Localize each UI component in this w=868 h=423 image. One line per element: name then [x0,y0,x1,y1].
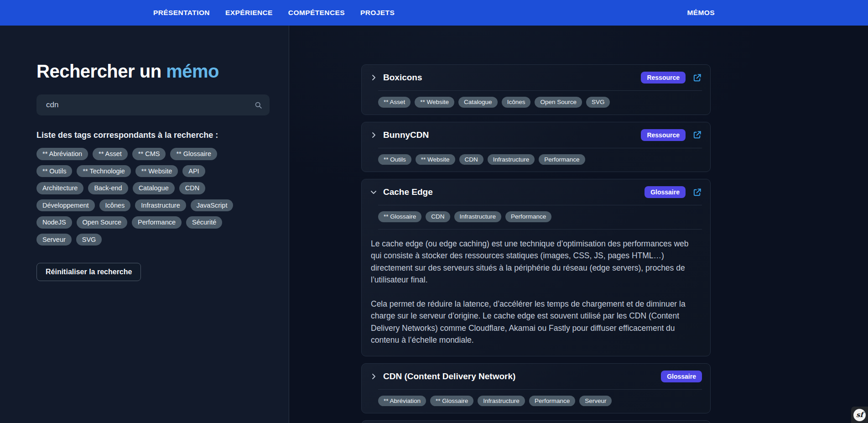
chevron-right-icon[interactable] [370,373,377,380]
reset-search-button[interactable]: Réinitialiser la recherche [36,263,141,281]
memo-header-right: Glossaire [661,371,702,382]
nav-links: PRÉSENTATIONEXPÉRIENCECOMPÉTENCESPROJETS [153,9,395,17]
memo-header-right: Ressource [641,129,702,141]
memo-card-header[interactable]: Cache Edge Glossaire [370,179,702,205]
nav-link[interactable]: PROJETS [360,9,395,17]
chevron-down-icon[interactable] [370,188,377,196]
memo-card-header[interactable]: BunnyCDN Ressource [370,122,702,148]
memo-title: Boxicons [383,73,422,83]
memo-card: Cloudflare Ressource ** [361,420,711,423]
memo-tag-pill[interactable]: Performance [505,211,551,222]
memo-card-header[interactable]: Boxicons Ressource [370,65,702,90]
memo-card: BunnyCDN Ressource ** O [361,122,711,172]
memo-tag-pill[interactable]: ** Outils [378,154,411,165]
tag-pill[interactable]: JavaScript [191,199,234,212]
page-title-accent: mémo [166,61,219,81]
tag-pill[interactable]: ** Abréviation [36,148,88,160]
tag-pill[interactable]: NodeJS [36,216,72,229]
tag-pill[interactable]: Open Source [77,216,127,229]
external-link-icon[interactable] [692,188,702,197]
memo-tag-pill[interactable]: Infrastructure [488,154,535,165]
memo-tag-pill[interactable]: Infrastructure [454,211,502,222]
memo-description-paragraph: Le cache edge (ou edge caching) est une … [371,238,701,286]
memo-tag-pill[interactable]: Catalogue [458,97,498,108]
search-box [36,94,270,115]
memo-tag-pill[interactable]: Open Source [535,97,582,108]
memo-description-paragraph: Cela permet de réduire la latence, d’acc… [371,298,701,346]
tag-pill[interactable]: ** Technologie [77,165,130,178]
tag-pill[interactable]: Sécurité [186,216,222,229]
nav-container: PRÉSENTATIONEXPÉRIENCECOMPÉTENCESPROJETS… [153,0,715,26]
memo-category-badge: Ressource [641,129,686,141]
memo-list: Boxicons Ressource ** A [361,64,711,423]
nav-link[interactable]: EXPÉRIENCE [225,9,273,17]
memo-header-right: Ressource [641,72,702,84]
symfony-logo-icon: sf [853,409,866,421]
memo-tag-pill[interactable]: Infrastructure [478,396,525,407]
tag-pill[interactable]: ** Glossaire [170,148,217,160]
memo-tag-pill[interactable]: ** Asset [378,97,411,108]
memo-description: Le cache edge (ou edge caching) est une … [370,230,702,356]
nav-link-memos[interactable]: MÉMOS [687,9,715,17]
tag-cloud: ** Abréviation** Asset** CMS** Glossaire… [36,148,255,245]
memo-tag-pill[interactable]: ** Glossaire [378,211,421,222]
tag-pill[interactable]: ** CMS [132,148,166,160]
memo-title: BunnyCDN [383,130,429,140]
page-title-prefix: Rechercher un [36,61,166,81]
nav-link[interactable]: COMPÉTENCES [288,9,345,17]
tag-pill[interactable]: Back-end [88,182,128,194]
tag-pill[interactable]: ** Website [135,165,178,178]
memo-tag-pill[interactable]: ** Website [415,97,454,108]
tag-pill[interactable]: ** Asset [93,148,128,160]
memo-tag-pill[interactable]: Serveur [579,396,612,407]
tag-pill[interactable]: API [182,165,205,178]
memo-card: Boxicons Ressource ** A [361,64,711,115]
memo-tags: ** Abréviation** GlossaireInfrastructure… [378,390,702,413]
top-navbar: PRÉSENTATIONEXPÉRIENCECOMPÉTENCESPROJETS… [0,0,868,26]
memo-tag-pill[interactable]: ** Glossaire [430,396,473,407]
memo-card-header[interactable]: Cloudflare Ressource [370,421,702,423]
page-title: Rechercher un mémo [36,61,270,82]
symfony-toolbar[interactable]: sf [851,407,868,423]
memo-tags: ** Outils** WebsiteCDNInfrastructurePerf… [378,148,702,172]
memo-expanded-section: Le cache edge (ou edge caching) est une … [370,229,702,356]
memo-tag-pill[interactable]: Icônes [502,97,531,108]
memo-title: CDN (Content Delivery Network) [383,371,515,381]
search-icon [255,101,262,109]
nav-link[interactable]: PRÉSENTATION [153,9,210,17]
tag-pill[interactable]: SVG [76,234,102,246]
tag-pill[interactable]: Développement [36,199,95,212]
memo-header-right: Glossaire [645,186,702,198]
memo-tags: ** Asset** WebsiteCatalogueIcônesOpen So… [378,91,702,115]
memo-category-badge: Ressource [641,72,686,84]
memo-tag-pill[interactable]: ** Website [416,154,455,165]
memo-tag-pill[interactable]: Performance [529,396,575,407]
memo-tag-pill[interactable]: CDN [459,154,483,165]
memo-category-badge: Glossaire [661,371,702,382]
tag-pill[interactable]: Serveur [36,234,72,246]
memo-title: Cache Edge [383,187,433,197]
external-link-icon[interactable] [692,130,702,140]
tag-pill[interactable]: ** Outils [36,165,72,178]
search-sidebar: Rechercher un mémo Liste des tags corres… [0,26,289,423]
memo-tags: ** GlossaireCDNInfrastructurePerformance [378,205,702,229]
tag-pill[interactable]: Architecture [36,182,83,194]
tag-pill[interactable]: CDN [179,182,205,194]
external-link-icon[interactable] [692,73,702,83]
tag-pill[interactable]: Infrastructure [135,199,186,212]
memo-card: Cache Edge Glossaire ** [361,179,711,356]
memo-category-badge: Glossaire [645,186,686,198]
search-input[interactable] [46,100,255,110]
memo-tag-pill[interactable]: ** Abréviation [378,396,426,407]
chevron-right-icon[interactable] [370,131,377,139]
page-body: Rechercher un mémo Liste des tags corres… [0,26,868,423]
chevron-right-icon[interactable] [370,74,377,81]
memo-tag-pill[interactable]: SVG [586,97,610,108]
memo-tag-pill[interactable]: CDN [426,211,450,222]
tag-pill[interactable]: Icônes [99,199,131,212]
memo-tag-pill[interactable]: Performance [539,154,585,165]
memo-main: Boxicons Ressource ** A [289,26,868,423]
memo-card-header[interactable]: CDN (Content Delivery Network) Glossaire [370,364,702,389]
tag-pill[interactable]: Catalogue [133,182,175,194]
tag-pill[interactable]: Performance [132,216,182,229]
